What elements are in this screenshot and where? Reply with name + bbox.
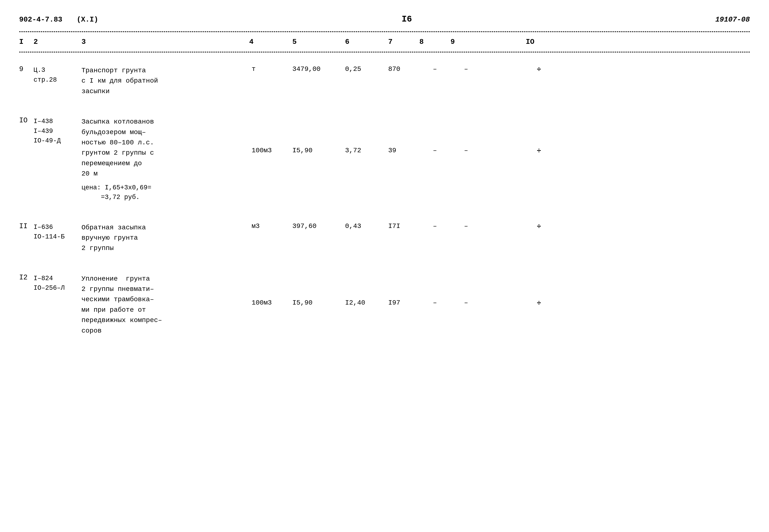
row-12-c10: ÷ bbox=[513, 273, 565, 307]
row-12-desc: Уплонение грунта2 группы пневмати–ческим… bbox=[81, 273, 249, 336]
row-9-total: 870 bbox=[388, 64, 419, 73]
row-12-ref: I–824IO–256–Л bbox=[34, 273, 81, 293]
col-header-5: 5 bbox=[292, 38, 345, 46]
row-12-unit: 100м3 bbox=[249, 273, 292, 306]
row-11-c9 bbox=[482, 221, 513, 222]
row-9-c7: – bbox=[419, 64, 450, 73]
row-11-price: 0,43 bbox=[345, 221, 388, 230]
row-10-c7: – bbox=[419, 116, 450, 154]
row-10-desc: Засыпка котлованов бульдозером мощ– ност… bbox=[81, 116, 249, 202]
row-10-c8: – bbox=[450, 116, 482, 154]
row-10-c10: ÷ bbox=[513, 116, 565, 155]
row-11-c8: – bbox=[450, 221, 482, 230]
row-9-c9 bbox=[482, 64, 513, 65]
row-10-total: 39 bbox=[388, 116, 419, 154]
row-10-c9 bbox=[482, 116, 513, 147]
col-header-10: IO bbox=[482, 38, 534, 46]
row-10-num: IO bbox=[19, 116, 34, 125]
row-12-c8: – bbox=[450, 273, 482, 306]
col-header-9: 9 bbox=[450, 38, 482, 46]
row-11-ref: I–636IO-114-Б bbox=[34, 221, 81, 242]
row-11-qty: 397,60 bbox=[292, 221, 345, 230]
col-header-1: I bbox=[19, 38, 34, 46]
page-header: 902-4-7.83 (X.I) I6 19107-08 bbox=[19, 14, 750, 24]
row-12-price: I2,40 bbox=[345, 273, 388, 306]
row-11-c10: ÷ bbox=[513, 221, 565, 231]
header-doc-section: (X.I) bbox=[77, 16, 98, 24]
row-9-c10: ÷ bbox=[513, 64, 565, 74]
top-divider bbox=[19, 31, 750, 32]
row-10-qty: I5,90 bbox=[292, 116, 345, 154]
col-header-4: 4 bbox=[249, 38, 292, 46]
row-10-price: 3,72 bbox=[345, 116, 388, 154]
row-9-qty: 3479,00 bbox=[292, 64, 345, 73]
header-page-number: I6 bbox=[402, 14, 412, 24]
row-12-c7: – bbox=[419, 273, 450, 306]
row-9-ref: Ц.3стр.28 bbox=[34, 64, 81, 85]
header-doc-number: 902-4-7.83 bbox=[19, 16, 62, 24]
table-row: IO I–438I–439IO-49-Д Засыпка котлованов … bbox=[19, 106, 750, 212]
header-doc-id: 19107-08 bbox=[715, 16, 750, 24]
col-header-6: 6 bbox=[345, 38, 388, 46]
row-11-total: I7I bbox=[388, 221, 419, 230]
row-11-c7: – bbox=[419, 221, 450, 230]
row-12-num: I2 bbox=[19, 273, 34, 282]
row-9-num: 9 bbox=[19, 64, 34, 73]
row-9-unit: т bbox=[249, 64, 292, 73]
row-11-num: II bbox=[19, 221, 34, 230]
col-header-2: 2 bbox=[34, 38, 81, 46]
row-9-c8: – bbox=[450, 64, 482, 73]
table-row: I2 I–824IO–256–Л Уплонение грунта2 групп… bbox=[19, 263, 750, 345]
row-10-unit: 100м3 bbox=[249, 116, 292, 154]
row-9-price: 0,25 bbox=[345, 64, 388, 73]
row-10-ref: I–438I–439IO-49-Д bbox=[34, 116, 81, 146]
row-12-c9 bbox=[482, 273, 513, 299]
col-header-7: 7 bbox=[388, 38, 419, 46]
row-9-desc: Транспорт грунтас I км для обратнойзасып… bbox=[81, 64, 249, 96]
row-12-total: I97 bbox=[388, 273, 419, 306]
col-header-3: 3 bbox=[81, 38, 249, 46]
column-headers: I 2 3 4 5 6 7 8 9 IO bbox=[19, 34, 750, 49]
table-row: 9 Ц.3стр.28 Транспорт грунтас I км для о… bbox=[19, 55, 750, 106]
bottom-header-divider bbox=[19, 52, 750, 52]
row-10-price-note: цена: I,65+3х0,69= =3,72 руб. bbox=[81, 183, 249, 202]
row-12-qty: I5,90 bbox=[292, 273, 345, 306]
row-11-desc: Обратная засыпкавручную грунта2 группы bbox=[81, 221, 249, 254]
table-row: II I–636IO-114-Б Обратная засыпкавручную… bbox=[19, 212, 750, 263]
row-11-unit: м3 bbox=[249, 221, 292, 230]
col-header-8: 8 bbox=[419, 38, 450, 46]
